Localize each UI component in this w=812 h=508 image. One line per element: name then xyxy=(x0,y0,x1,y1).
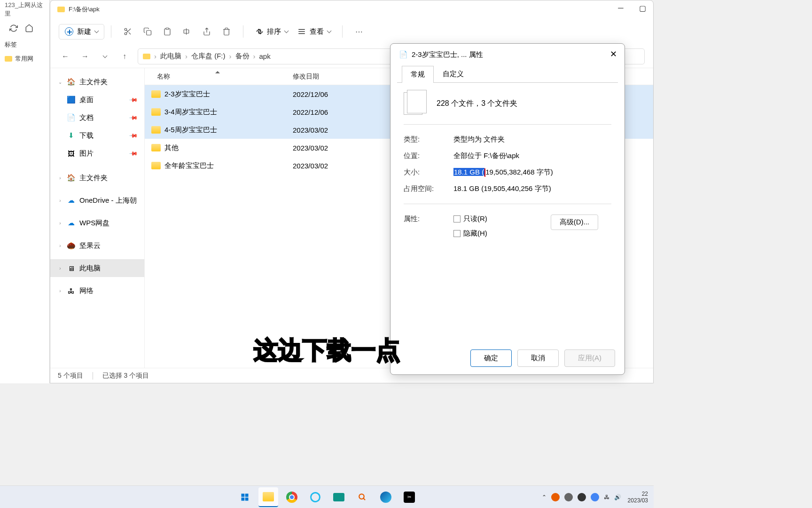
type-value: 类型均为 文件夹 xyxy=(453,135,611,144)
sidebar-item-downloads[interactable]: ⬇下载📌 xyxy=(50,127,144,144)
breadcrumb-item[interactable]: 此电脑 xyxy=(160,52,181,61)
sidebar-item-wps[interactable]: ›☁WPS网盘 xyxy=(50,214,144,232)
subtitle-overlay: 这边下载一点 xyxy=(0,334,654,367)
column-name[interactable]: 名称 xyxy=(145,72,293,81)
svg-rect-12 xyxy=(241,493,244,497)
taskbar: ✂ ⌃ 🖧 🔊 22 2023/03 xyxy=(0,485,654,508)
recent-button[interactable] xyxy=(98,50,111,63)
copy-icon[interactable] xyxy=(138,23,157,40)
svg-point-1 xyxy=(125,32,127,35)
sort-button[interactable]: 排序 xyxy=(250,24,293,39)
sidebar-item-desktop[interactable]: 🟦桌面📌 xyxy=(50,91,144,109)
file-stack-icon xyxy=(404,92,422,115)
type-label: 类型: xyxy=(404,135,453,144)
status-selected-count: 已选择 3 个项目 xyxy=(102,372,149,380)
breadcrumb-item[interactable]: 仓库盘 (F:) xyxy=(191,52,226,61)
pin-icon: 📌 xyxy=(129,95,139,105)
pin-icon: 📌 xyxy=(129,149,139,159)
svg-point-0 xyxy=(125,28,127,31)
window-title: F:\备份\apk xyxy=(69,5,646,14)
sidebar-item-network[interactable]: ›🖧网络 xyxy=(50,282,144,300)
svg-line-17 xyxy=(363,498,365,500)
svg-line-4 xyxy=(126,30,128,32)
column-modified[interactable]: 修改日期 xyxy=(293,72,387,81)
folder-icon xyxy=(151,144,161,151)
advanced-button[interactable]: 高级(D)... xyxy=(551,214,598,230)
chevron-down-icon xyxy=(94,29,99,33)
back-button[interactable]: ← xyxy=(59,50,72,63)
folder-icon xyxy=(151,162,161,169)
plus-icon xyxy=(65,27,73,36)
sidebar-item-onedrive[interactable]: ›☁OneDrive - 上海朝 xyxy=(50,191,144,209)
sidebar-item-home2[interactable]: ›🏠主文件夹 xyxy=(50,169,144,187)
svg-point-16 xyxy=(359,494,364,499)
hidden-checkbox[interactable]: 隐藏(H) xyxy=(453,229,611,238)
view-button[interactable]: 查看 xyxy=(293,24,336,39)
status-item-count: 5 个项目 xyxy=(58,372,83,380)
close-button[interactable]: ✕ xyxy=(606,47,621,62)
taskbar-app[interactable]: ✂ xyxy=(399,487,419,507)
tray-clock[interactable]: 22 2023/03 xyxy=(628,491,648,504)
minimize-button[interactable]: ─ xyxy=(610,0,632,16)
chevron-down-icon xyxy=(327,29,332,33)
sidebar-item-documents[interactable]: 📄文档📌 xyxy=(50,109,144,127)
breadcrumb-item[interactable]: 备份 xyxy=(235,52,250,61)
breadcrumb-item[interactable]: apk xyxy=(259,52,271,60)
folder-icon xyxy=(151,126,161,134)
size-value[interactable]: 18.1 GB (19,505,382,468 字节) xyxy=(453,168,611,177)
tray-network-icon[interactable]: 🖧 xyxy=(604,494,609,500)
browser-tab[interactable]: 123_上网从这里 xyxy=(0,0,49,19)
disk-label: 占用空间: xyxy=(404,184,453,193)
tray-chevron-icon[interactable]: ⌃ xyxy=(542,494,547,500)
taskbar-ie[interactable] xyxy=(305,487,325,507)
tray-icon[interactable] xyxy=(551,493,560,501)
svg-rect-15 xyxy=(245,497,248,500)
home-icon[interactable] xyxy=(25,24,33,32)
dialog-title: 2-3岁宝宝巴士, ... 属性 xyxy=(412,50,483,59)
tab-custom[interactable]: 自定义 xyxy=(434,65,473,82)
new-button[interactable]: 新建 xyxy=(59,24,104,40)
taskbar-explorer[interactable] xyxy=(258,487,278,507)
sidebar-item-home[interactable]: ⌄🏠主文件夹 xyxy=(50,73,144,91)
summary-text: 228 个文件，3 个文件夹 xyxy=(437,99,517,109)
taskbar-edge[interactable] xyxy=(376,487,396,507)
svg-rect-5 xyxy=(147,31,151,35)
sidebar-item-pictures[interactable]: 🖼图片📌 xyxy=(50,144,144,162)
pin-icon: 📌 xyxy=(129,113,139,123)
disk-value: 18.1 GB (19,505,440,256 字节) xyxy=(453,184,611,193)
properties-dialog: 📄 2-3岁宝宝巴士, ... 属性 ✕ 常规 自定义 228 个文件，3 个文… xyxy=(390,43,625,375)
folder-icon xyxy=(5,56,12,62)
sidebar-item-jianguo[interactable]: ›🌰坚果云 xyxy=(50,237,144,254)
svg-rect-14 xyxy=(241,497,244,500)
sidebar: ⌄🏠主文件夹 🟦桌面📌 📄文档📌 ⬇下载📌 🖼图片📌 ›🏠主文件夹 ›☁OneD… xyxy=(50,68,144,368)
share-icon[interactable] xyxy=(197,23,217,40)
attr-label: 属性: xyxy=(404,214,453,244)
svg-rect-6 xyxy=(166,28,169,30)
tray-icon[interactable] xyxy=(578,493,586,501)
rename-icon[interactable] xyxy=(177,23,197,40)
refresh-icon[interactable] xyxy=(9,24,18,32)
start-button[interactable] xyxy=(235,487,255,507)
maximize-button[interactable]: ▢ xyxy=(632,0,653,16)
forward-button[interactable]: → xyxy=(78,50,92,63)
delete-icon[interactable] xyxy=(217,23,236,40)
bookmark-item[interactable]: 常用网 xyxy=(15,55,33,63)
folder-icon xyxy=(57,7,65,12)
taskbar-chrome[interactable] xyxy=(282,487,302,507)
tray-volume-icon[interactable]: 🔊 xyxy=(614,494,621,500)
svg-line-3 xyxy=(129,32,131,34)
more-icon[interactable]: ⋯ xyxy=(349,23,369,40)
cut-icon[interactable] xyxy=(118,23,138,40)
taskbar-keyboard[interactable] xyxy=(329,487,349,507)
tab-general[interactable]: 常规 xyxy=(402,66,434,83)
paste-icon[interactable] xyxy=(157,23,177,40)
size-label: 大小: xyxy=(404,168,453,177)
tray-icon[interactable] xyxy=(564,493,573,501)
sidebar-item-thispc[interactable]: ›🖥此电脑 xyxy=(50,259,144,277)
sort-indicator-icon xyxy=(215,71,220,73)
up-button[interactable]: ↑ xyxy=(118,50,131,63)
tray-icon[interactable] xyxy=(591,493,599,501)
taskbar-search[interactable] xyxy=(352,487,372,507)
folder-icon xyxy=(143,54,150,59)
pin-icon: 📌 xyxy=(129,131,139,141)
